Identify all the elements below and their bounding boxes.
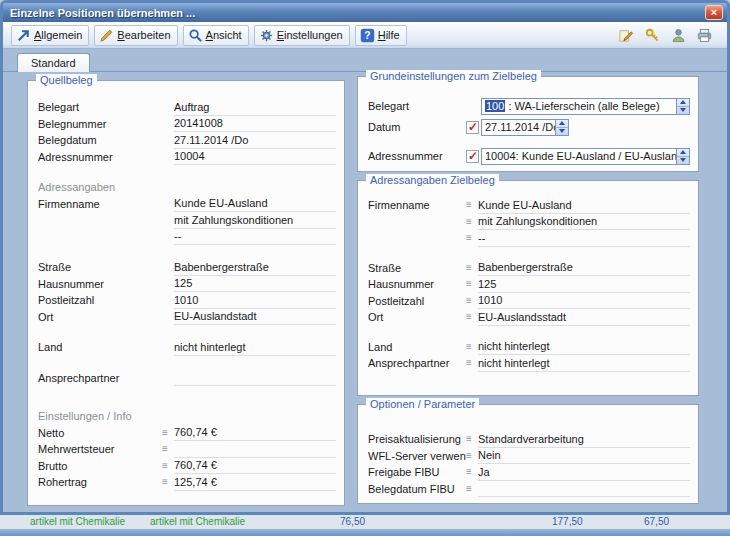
datum-spinner[interactable]: [555, 120, 568, 135]
background-text-fragment: 76,50: [340, 516, 365, 527]
field-label: Adressnummer: [38, 151, 162, 163]
group-quellbeleg: Quellbeleg BelegartAuftragBelegnummer201…: [27, 80, 345, 506]
field-value: 10004: [174, 149, 336, 166]
field-row: Firmenname≡Kunde EU-Ausland: [368, 197, 690, 214]
close-button[interactable]: ×: [705, 5, 723, 20]
equals-icon: ≡: [466, 279, 478, 289]
row-spacer: [38, 356, 336, 370]
equals-icon: ≡: [466, 484, 478, 494]
toolbar-button-ansicht[interactable]: Ansicht: [183, 25, 249, 46]
field-label: Ansprechpartner: [368, 357, 466, 369]
field-label: Postleitzahl: [38, 294, 162, 306]
field-value: Nein: [478, 448, 690, 465]
svg-text:?: ?: [364, 30, 370, 41]
equals-icon: ≡: [466, 358, 478, 368]
field-value: mit Zahlungskonditionen: [478, 214, 690, 231]
equals-icon: ≡: [466, 434, 478, 444]
datum-row: Datum 27.11.2014 /Do: [368, 118, 690, 136]
toolbar-button-key-icon[interactable]: [641, 25, 664, 46]
toolbar-button-bearbeiten[interactable]: Bearbeiten: [94, 25, 177, 46]
field-value: nicht hinterlegt: [174, 339, 336, 356]
pencil-icon: [99, 28, 114, 43]
field-row: Ort≡EU-Auslandsstadt: [368, 309, 690, 326]
settings-icon: [259, 28, 274, 43]
equals-icon: ≡: [466, 200, 478, 210]
adressnummer-row: Adressnummer 10004: Kunde EU-Ausland / E…: [368, 147, 690, 165]
field-label: Freigabe FIBU: [368, 466, 466, 478]
datum-checkbox[interactable]: [466, 121, 479, 134]
field-row: Freigabe FIBU≡Ja: [368, 464, 690, 481]
group-title-quellbeleg: Quellbeleg: [36, 74, 97, 87]
field-label: Mehrwertsteuer: [38, 443, 162, 455]
belegart-combobox[interactable]: 100 : WA-Lieferschein (alle Belege): [481, 98, 690, 115]
equals-icon: ≡: [162, 461, 174, 471]
toolbar-button-label: Allgemein: [34, 29, 82, 41]
field-value: mit Zahlungskonditionen: [174, 212, 336, 229]
spin-up-icon[interactable]: [677, 149, 689, 157]
section-label-row: Adressangaben: [38, 179, 336, 196]
spin-down-icon[interactable]: [556, 128, 568, 135]
datum-value: 27.11.2014 /Do: [485, 121, 555, 133]
datum-field[interactable]: 27.11.2014 /Do: [481, 119, 569, 136]
section-label-row: Einstellungen / Info: [38, 408, 336, 425]
field-label: Belegdatum: [38, 134, 162, 146]
field-label: Ort: [368, 311, 466, 323]
toolbar-button-sign-icon[interactable]: [615, 25, 638, 46]
equals-icon: ≡: [466, 451, 478, 461]
printer-icon: [697, 28, 712, 43]
field-value: nicht hinterlegt: [478, 339, 690, 356]
field-label: Land: [38, 341, 162, 353]
field-row: WFL-Server verwenden≡Nein: [368, 448, 690, 465]
toolbar: AllgemeinBearbeitenAnsichtEinstellungen?…: [3, 22, 727, 49]
background-table-row: artikel mit Chemikalieartikel mit Chemik…: [0, 515, 730, 529]
field-value: Standardverarbeitung: [478, 431, 690, 448]
field-value: Ja: [478, 464, 690, 481]
field-row: Belegdatum27.11.2014 /Do: [38, 132, 336, 149]
adressnummer-spinner[interactable]: [676, 149, 689, 164]
belegart-spinner[interactable]: [676, 99, 689, 114]
toolbar-button-printer-icon[interactable]: [693, 25, 716, 46]
tab-standard[interactable]: Standard: [17, 53, 90, 72]
row-spacer: [38, 245, 336, 259]
field-row: Belegnummer20141008: [38, 116, 336, 133]
field-row: ≡mit Zahlungskonditionen: [368, 214, 690, 231]
field-label: WFL-Server verwenden: [368, 450, 466, 462]
spin-down-icon[interactable]: [677, 107, 689, 114]
titlebar[interactable]: Einzelne Positionen übernehmen ... ×: [3, 3, 727, 22]
row-spacer: [368, 247, 690, 260]
adressnummer-checkbox[interactable]: [466, 150, 479, 163]
field-label: Postleitzahl: [368, 295, 466, 307]
field-label: Belegdatum FIBU: [368, 483, 466, 495]
field-row: Ansprechpartner≡nicht hinterlegt: [368, 355, 690, 372]
field-value: 125: [478, 276, 690, 293]
field-value: 125,74 €: [174, 474, 336, 491]
toolbar-button-allgemein[interactable]: Allgemein: [11, 25, 89, 46]
dialog-window: Einzelne Positionen übernehmen ... × All…: [0, 0, 730, 515]
section-label: Adressangaben: [38, 181, 336, 193]
equals-icon: ≡: [466, 263, 478, 273]
spin-down-icon[interactable]: [677, 157, 689, 164]
field-row: Ansprechpartner: [38, 370, 336, 387]
toolbar-button-label: Ansicht: [206, 29, 242, 41]
field-value: Auftrag: [174, 99, 336, 116]
toolbar-button-user-icon[interactable]: [667, 25, 690, 46]
equals-icon: ≡: [466, 296, 478, 306]
field-row: --: [38, 229, 336, 246]
group-adressangaben-zielbeleg: Adressangaben Zielbeleg Firmenname≡Kunde…: [357, 180, 699, 396]
spin-up-icon[interactable]: [677, 99, 689, 107]
spin-up-icon[interactable]: [556, 120, 568, 128]
field-label: Belegnummer: [38, 118, 162, 130]
group-title-grundeinstellungen: Grundeinstellungen zum Zielbeleg: [366, 70, 541, 83]
group-optionen-parameter: Optionen / Parameter Preisaktualisierung…: [357, 404, 699, 504]
field-value: --: [174, 229, 336, 246]
field-label: Ort: [38, 311, 162, 323]
row-spacer: [38, 386, 336, 408]
field-row: Preisaktualisierung≡Standardverarbeitung: [368, 431, 690, 448]
key-icon: [645, 28, 660, 43]
view-icon: [188, 28, 203, 43]
toolbar-button-hilfe[interactable]: ?Hilfe: [355, 25, 407, 46]
adressnummer-combobox[interactable]: 10004: Kunde EU-Ausland / EU-Auslandssta…: [481, 148, 690, 165]
background-text-fragment: artikel mit Chemikalie: [150, 516, 245, 527]
field-row: Straße≡Babenbergerstraße: [368, 260, 690, 277]
toolbar-button-einstellungen[interactable]: Einstellungen: [254, 25, 350, 46]
